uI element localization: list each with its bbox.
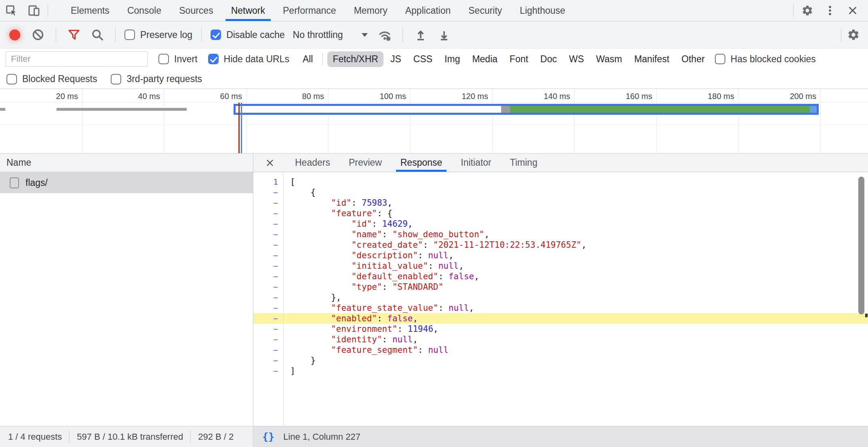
- network-settings-button[interactable]: [845, 26, 862, 44]
- tab-security[interactable]: Security: [459, 0, 511, 21]
- filter-type-all[interactable]: All: [297, 51, 318, 67]
- fold-marker[interactable]: −: [253, 250, 283, 261]
- response-body[interactable]: 1[− {− "id": 75983,− "feature": {− "id":…: [253, 172, 868, 426]
- close-details-button[interactable]: [260, 154, 280, 172]
- hide-data-urls-control[interactable]: Hide data URLs: [208, 54, 289, 65]
- request-row-flags[interactable]: flags/: [0, 172, 253, 193]
- filter-type-doc[interactable]: Doc: [535, 51, 562, 67]
- disable-cache-checkbox[interactable]: [211, 30, 221, 40]
- fold-marker[interactable]: −: [253, 324, 283, 334]
- response-line: − "feature_segment": null: [253, 345, 868, 355]
- response-line: 1[: [253, 177, 868, 187]
- divider: [322, 53, 323, 65]
- filter-type-js[interactable]: JS: [385, 51, 407, 67]
- hide-data-urls-label: Hide data URLs: [224, 54, 289, 65]
- fold-marker[interactable]: −: [253, 345, 283, 355]
- preserve-log-control[interactable]: Preserve log: [124, 30, 192, 40]
- filter-type-fetch-xhr[interactable]: Fetch/XHR: [327, 51, 383, 67]
- fold-marker[interactable]: −: [253, 187, 283, 198]
- search-button[interactable]: [88, 26, 106, 44]
- fold-marker[interactable]: −: [253, 366, 283, 376]
- fold-marker[interactable]: −: [253, 219, 283, 229]
- scrollbar-thumb[interactable]: [858, 177, 864, 314]
- fold-marker[interactable]: −: [253, 313, 283, 324]
- more-options-button[interactable]: [819, 0, 841, 21]
- detail-tab-timing[interactable]: Timing: [503, 154, 544, 172]
- tab-performance[interactable]: Performance: [274, 0, 345, 21]
- hide-data-urls-checkbox[interactable]: [208, 54, 219, 64]
- detail-tab-response[interactable]: Response: [394, 154, 449, 172]
- blocked-requests-checkbox[interactable]: [6, 74, 17, 84]
- invert-checkbox[interactable]: [158, 54, 169, 64]
- line-number[interactable]: 1: [253, 177, 283, 187]
- filter-type-manifest[interactable]: Manifest: [629, 51, 674, 67]
- filter-type-ws[interactable]: WS: [564, 51, 589, 67]
- filter-input[interactable]: [6, 51, 148, 67]
- detail-tab-preview[interactable]: Preview: [342, 154, 389, 172]
- close-devtools-button[interactable]: [841, 0, 864, 21]
- fold-marker[interactable]: −: [253, 303, 283, 313]
- clear-button[interactable]: [29, 26, 47, 44]
- more-menu-icon: [824, 5, 836, 16]
- waterfall-row-separator: [0, 124, 868, 125]
- tab-memory[interactable]: Memory: [345, 0, 396, 21]
- filter-type-other[interactable]: Other: [676, 51, 710, 67]
- third-party-control[interactable]: 3rd-party requests: [111, 74, 202, 84]
- fold-marker[interactable]: −: [253, 334, 283, 345]
- fold-marker[interactable]: −: [253, 229, 283, 240]
- detail-tab-initiator[interactable]: Initiator: [454, 154, 498, 172]
- filter-type-wasm[interactable]: Wasm: [591, 51, 627, 67]
- filter-type-media[interactable]: Media: [467, 51, 503, 67]
- export-har-button[interactable]: [435, 26, 453, 44]
- invert-control[interactable]: Invert: [158, 54, 198, 65]
- detail-tab-headers[interactable]: Headers: [288, 154, 337, 172]
- gridline: [656, 89, 657, 153]
- options-bar: Blocked Requests 3rd-party requests: [0, 70, 868, 89]
- preserve-log-label: Preserve log: [140, 30, 192, 40]
- fold-marker[interactable]: −: [253, 198, 283, 208]
- tab-application[interactable]: Application: [396, 0, 460, 21]
- fold-marker[interactable]: −: [253, 208, 283, 219]
- tab-network[interactable]: Network: [222, 0, 274, 21]
- funnel-icon: [67, 28, 80, 41]
- settings-button[interactable]: [796, 0, 819, 21]
- response-line: − "name": "show_demo_button",: [253, 229, 868, 240]
- filter-type-font[interactable]: Font: [504, 51, 533, 67]
- tab-elements[interactable]: Elements: [62, 0, 118, 21]
- fold-marker[interactable]: −: [253, 282, 283, 292]
- inspect-icon: [5, 4, 18, 17]
- network-conditions-button[interactable]: [376, 26, 394, 44]
- filter-type-img[interactable]: Img: [439, 51, 465, 67]
- fold-marker[interactable]: −: [253, 292, 283, 303]
- fold-marker[interactable]: −: [253, 261, 283, 271]
- timeline-tick: 40 ms: [138, 92, 160, 101]
- throttling-select[interactable]: No throttling: [291, 30, 370, 40]
- device-toolbar-button[interactable]: [23, 0, 45, 21]
- preserve-log-checkbox[interactable]: [124, 30, 135, 40]
- network-overview[interactable]: 20 ms40 ms60 ms80 ms100 ms120 ms140 ms16…: [0, 89, 868, 154]
- has-blocked-cookies-control[interactable]: Has blocked cookies: [715, 54, 816, 65]
- format-icon[interactable]: {}: [262, 431, 274, 443]
- request-name: flags/: [25, 177, 48, 188]
- request-bar: [57, 108, 187, 111]
- record-button[interactable]: [6, 26, 23, 44]
- disable-cache-control[interactable]: Disable cache: [211, 30, 284, 40]
- timeline-tick: 100 ms: [379, 92, 406, 101]
- third-party-checkbox[interactable]: [111, 74, 121, 84]
- fold-marker[interactable]: −: [253, 240, 283, 250]
- import-har-button[interactable]: [412, 26, 430, 44]
- fold-marker[interactable]: −: [253, 271, 283, 282]
- blocked-requests-control[interactable]: Blocked Requests: [6, 74, 97, 84]
- divider: [115, 28, 116, 42]
- response-line: − "feature_state_value": null,: [253, 303, 868, 313]
- tab-sources[interactable]: Sources: [170, 0, 222, 21]
- tab-console[interactable]: Console: [118, 0, 170, 21]
- has-blocked-cookies-checkbox[interactable]: [715, 54, 725, 64]
- gridline: [410, 89, 411, 153]
- filter-toggle-button[interactable]: [65, 26, 83, 44]
- fold-marker[interactable]: −: [253, 355, 283, 366]
- name-column-header[interactable]: Name: [0, 154, 253, 172]
- inspect-element-button[interactable]: [0, 0, 23, 21]
- tab-lighthouse[interactable]: Lighthouse: [511, 0, 574, 21]
- filter-type-css[interactable]: CSS: [408, 51, 438, 67]
